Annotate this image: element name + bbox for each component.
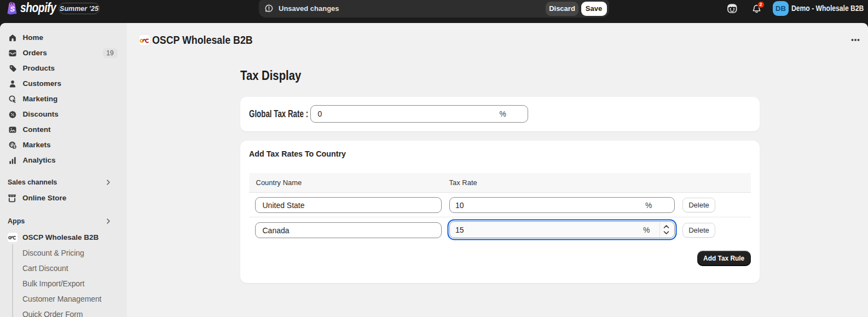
svg-text:$: $	[13, 145, 15, 149]
svg-text:S: S	[10, 5, 15, 13]
